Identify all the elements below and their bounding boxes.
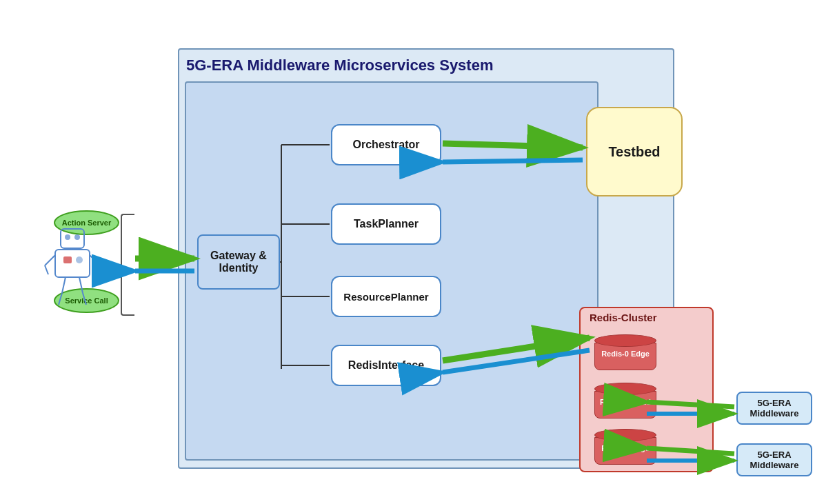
- bracket-group: [121, 214, 134, 316]
- svg-line-10: [79, 277, 83, 293]
- svg-rect-12: [63, 256, 72, 263]
- taskplanner-box: TaskPlanner: [331, 203, 441, 245]
- robot-figure: [41, 228, 103, 310]
- redis-cluster-title: Redis-Cluster: [590, 312, 657, 323]
- svg-line-5: [45, 265, 48, 274]
- diagram-container: 5G-ERA Middleware Microservices System G…: [0, 0, 835, 504]
- orchestrator-box: Orchestrator: [331, 124, 441, 165]
- resourceplanner-box: ResourcePlanner: [331, 276, 441, 317]
- middleware-box-1: 5G-ERA Middleware: [736, 392, 812, 425]
- svg-line-4: [45, 255, 55, 265]
- gateway-identity-box: Gateway & Identity: [197, 234, 280, 290]
- svg-line-9: [59, 293, 62, 305]
- svg-rect-3: [55, 250, 90, 277]
- svg-line-11: [83, 293, 86, 305]
- main-title: 5G-ERA Middleware Microservices System: [178, 54, 501, 77]
- svg-rect-0: [61, 229, 84, 248]
- svg-line-6: [90, 255, 100, 265]
- middleware-box-2: 5G-ERA Middleware: [736, 443, 812, 476]
- svg-line-7: [97, 265, 100, 274]
- svg-line-8: [62, 277, 66, 293]
- redisinterface-box: RedisInterface: [331, 345, 441, 386]
- redis-cluster-box: Redis-0 Edge Redis-1 Cloud Redis-2 Edge: [579, 307, 714, 472]
- svg-point-13: [76, 256, 83, 263]
- svg-point-2: [74, 234, 80, 240]
- svg-point-1: [65, 234, 70, 240]
- testbed-box: Testbed: [586, 107, 683, 196]
